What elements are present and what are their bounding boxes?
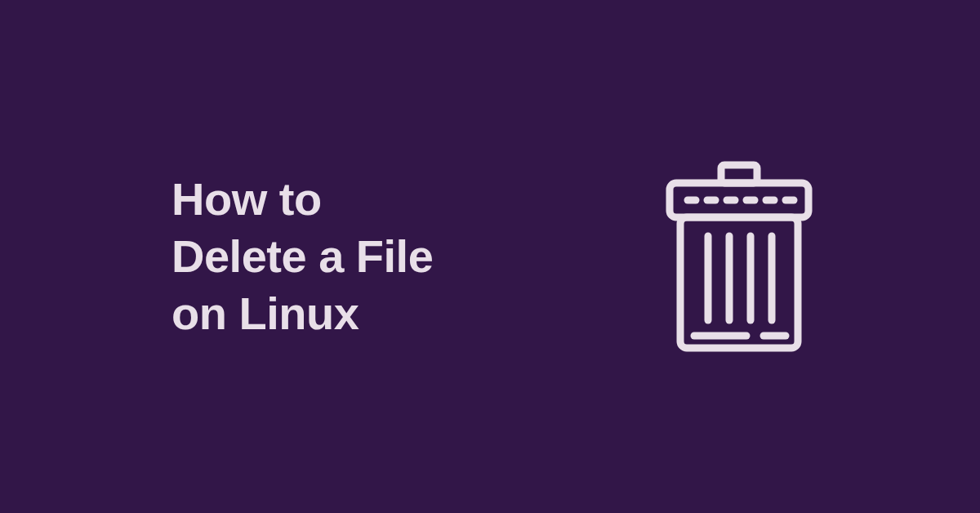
hero-card: How toDelete a Fileon Linux: [0, 161, 980, 353]
page-title: How toDelete a Fileon Linux: [172, 171, 433, 342]
svg-rect-8: [680, 217, 798, 348]
trash-icon: [662, 161, 817, 353]
